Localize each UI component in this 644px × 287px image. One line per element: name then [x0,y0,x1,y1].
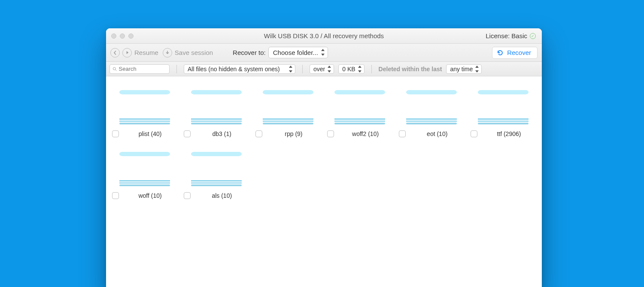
folder-checkbox[interactable] [399,130,406,137]
folder-checkbox[interactable] [327,130,334,137]
folder-label: ttf (2906) [482,130,536,137]
folder-label: plist (40) [123,130,177,137]
recover-to-select[interactable]: Choose folder... [268,47,328,58]
folder-label: rpp (9) [267,130,321,137]
refresh-icon [497,49,504,56]
search-icon [112,66,117,72]
content-area: plist (40) db3 (1) rpp (9) woff2 (10) eo… [106,76,542,206]
stepper-icon [358,65,362,73]
resume-label: Resume [134,49,158,56]
minimize-dot[interactable] [120,33,125,39]
folder-item[interactable]: rpp (9) [254,83,322,137]
toolbar: Resume Save session Recover to: Choose f… [106,44,542,62]
time-filter-select[interactable]: any time [446,64,482,74]
folder-checkbox[interactable] [471,130,477,137]
titlebar: Wilk USB DISK 3.0 / All recovery methods… [106,28,542,44]
folder-label: eot (10) [410,130,464,137]
size-compare-value: over [313,66,325,73]
search-input[interactable] [119,66,167,72]
folder-checkbox[interactable] [255,130,262,137]
file-filter-value: All files (no hidden & system ones) [188,66,280,73]
size-value-select[interactable]: 0 KB [338,64,364,74]
deleted-within-label: Deleted within the last [379,66,442,73]
recover-button-label: Recover [507,49,531,56]
size-compare-select[interactable]: over [310,64,334,74]
folder-icon [118,145,171,188]
folder-icon [118,83,171,126]
folder-checkbox[interactable] [112,192,119,199]
folder-icon [477,83,530,126]
folder-item[interactable]: db3 (1) [182,83,251,137]
stepper-icon [289,65,293,73]
folder-item[interactable]: als (10) [182,145,251,199]
folder-checkbox[interactable] [184,130,191,137]
recover-button[interactable]: Recover [492,47,538,59]
folder-label: als (10) [195,192,249,199]
stepper-icon [321,48,325,56]
separator [176,65,177,73]
folder-grid: plist (40) db3 (1) rpp (9) woff2 (10) eo… [109,83,539,199]
size-value: 0 KB [342,66,355,73]
download-icon [165,51,170,55]
filter-bar: All files (no hidden & system ones) over… [106,62,542,76]
folder-label: woff2 (10) [338,130,392,137]
chevron-left-icon [113,51,117,55]
folder-label: woff (10) [123,192,177,199]
separator [371,65,372,73]
folder-item[interactable]: eot (10) [397,83,466,137]
svg-line-1 [115,69,117,71]
recover-to-label: Recover to: [233,49,266,56]
stepper-icon [475,65,480,73]
folder-checkbox[interactable] [184,192,191,199]
close-dot[interactable] [111,33,116,39]
folder-icon [190,83,243,126]
traffic-lights [106,33,134,39]
save-session-label: Save session [175,49,213,56]
folder-item[interactable]: plist (40) [110,83,179,137]
folder-item[interactable]: woff2 (10) [325,83,394,137]
play-icon [125,51,129,54]
recover-to-value: Choose folder... [273,49,318,56]
license-indicator[interactable]: License: Basic ✓ [486,32,542,39]
stepper-icon [328,65,332,73]
folder-icon [190,145,243,188]
window-title: Wilk USB DISK 3.0 / All recovery methods [106,32,542,39]
folder-icon [333,83,386,126]
app-window: Wilk USB DISK 3.0 / All recovery methods… [106,28,542,287]
separator [302,65,303,73]
file-filter-select[interactable]: All files (no hidden & system ones) [184,64,295,74]
folder-label: db3 (1) [195,130,249,137]
folder-icon [405,83,458,126]
zoom-dot[interactable] [128,33,134,39]
folder-checkbox[interactable] [112,130,119,137]
search-input-wrap[interactable] [109,64,170,74]
save-session-button[interactable] [163,48,172,57]
resume-button[interactable] [122,48,132,57]
back-button[interactable] [110,48,120,57]
folder-icon [261,83,315,126]
check-icon: ✓ [530,33,536,39]
license-label: License: Basic [486,32,527,39]
time-filter-value: any time [450,66,473,73]
folder-item[interactable]: ttf (2906) [469,83,538,137]
folder-item[interactable]: woff (10) [110,145,179,199]
